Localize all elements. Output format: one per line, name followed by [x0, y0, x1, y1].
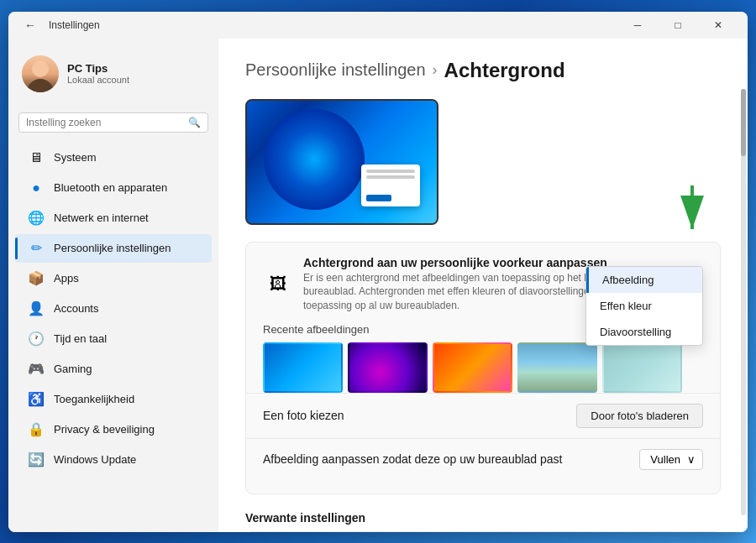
titlebar: ← Instellingen ─ □ ✕	[8, 12, 748, 39]
sidebar-item-systeem[interactable]: 🖥 Systeem	[15, 144, 212, 172]
toegankelijkheid-icon: ♿	[29, 392, 44, 407]
privacy-icon: 🔒	[29, 422, 44, 437]
related-card-contrast[interactable]: ◑ Contrastthema's Kleurenthema's voor sl…	[245, 531, 721, 532]
related-settings: Verwante instellingen ◑ Contrastthema's …	[245, 511, 721, 532]
sidebar-item-bluetooth[interactable]: ● Bluetooth en apparaten	[15, 174, 212, 202]
user-info: PC Tips Lokaal account	[67, 62, 205, 85]
windows-icon: 🔄	[29, 452, 44, 467]
netwerk-icon: 🌐	[29, 211, 44, 226]
fit-chevron-icon: ∨	[687, 453, 696, 466]
arrow-indicator	[677, 185, 707, 239]
maximize-button[interactable]: □	[659, 12, 697, 39]
recent-thumb-5[interactable]	[602, 342, 682, 393]
sidebar-item-label: Accounts	[54, 302, 198, 315]
sidebar-item-apps[interactable]: 📦 Apps	[15, 264, 212, 293]
sidebar-item-label: Bluetooth en apparaten	[54, 181, 198, 194]
recent-thumb-1[interactable]	[263, 342, 343, 393]
sidebar-item-label: Netwerk en internet	[54, 211, 198, 224]
user-name: PC Tips	[67, 62, 205, 75]
preview-dialog	[361, 164, 420, 206]
dropdown-option-label: Effen kleur	[600, 300, 652, 312]
avatar	[22, 55, 59, 92]
search-box[interactable]: 🔍	[18, 112, 208, 133]
fit-label: Afbeelding aanpassen zodat deze op uw bu…	[263, 452, 563, 466]
close-button[interactable]: ✕	[699, 12, 738, 39]
dialog-line	[366, 170, 415, 173]
choose-photo-label: Een foto kiezen	[263, 409, 344, 422]
recent-grid	[263, 342, 703, 393]
dropdown-menu[interactable]: Afbeelding Effen kleur Diavoorstelling	[585, 266, 703, 346]
wallpaper-swirl	[249, 99, 379, 224]
user-profile[interactable]: PC Tips Lokaal account	[8, 45, 218, 102]
search-icon: 🔍	[188, 117, 201, 128]
sidebar-item-label: Gaming	[54, 363, 198, 375]
search-input[interactable]	[26, 117, 188, 128]
sidebar-item-label: Systeem	[54, 151, 198, 164]
wallpaper-preview	[245, 99, 438, 225]
breadcrumb-parent: Persoonlijke instellingen	[245, 60, 426, 80]
sidebar-item-toegankelijkheid[interactable]: ♿ Toegankelijkheid	[15, 385, 212, 414]
sidebar-item-privacy[interactable]: 🔒 Privacy & beveiliging	[15, 415, 212, 444]
sidebar: PC Tips Lokaal account 🔍 🖥 Systeem ● Blu…	[8, 39, 218, 532]
window-title: Instellingen	[49, 19, 618, 31]
fit-select[interactable]: Vullen ∨	[639, 449, 703, 470]
dropdown-control[interactable]: Afbeelding Effen kleur Diavoorstelling ∧	[680, 273, 703, 296]
sidebar-item-label: Apps	[54, 272, 198, 285]
browse-photos-button[interactable]: Door foto's bladeren	[576, 404, 703, 428]
sidebar-item-gaming[interactable]: 🎮 Gaming	[15, 355, 212, 384]
recent-thumb-3[interactable]	[433, 342, 512, 393]
tijd-icon: 🕐	[29, 332, 44, 347]
recent-thumb-2[interactable]	[348, 342, 428, 393]
sidebar-item-label: Privacy & beveiliging	[54, 423, 198, 436]
fit-row: Afbeelding aanpassen zodat deze op uw bu…	[263, 439, 703, 480]
main-content: Persoonlijke instellingen › Achtergrond	[218, 39, 748, 532]
sidebar-item-accounts[interactable]: 👤 Accounts	[15, 295, 212, 323]
breadcrumb-separator: ›	[433, 61, 438, 79]
background-icon: 🖼	[263, 269, 293, 300]
dropdown-option-label: Diavoorstelling	[600, 326, 671, 338]
scrollbar[interactable]	[741, 89, 746, 515]
dropdown-option-afbeelding[interactable]: Afbeelding	[586, 267, 702, 293]
gaming-icon: 🎮	[29, 362, 44, 377]
sidebar-item-windows[interactable]: 🔄 Windows Update	[15, 446, 212, 474]
settings-window: ← Instellingen ─ □ ✕ PC Tips Lokaal a	[8, 12, 748, 532]
sidebar-item-netwerk[interactable]: 🌐 Netwerk en internet	[15, 204, 212, 232]
dropdown-option-effen[interactable]: Effen kleur	[586, 293, 702, 319]
dialog-line	[366, 195, 391, 201]
sidebar-item-tijd[interactable]: 🕐 Tijd en taal	[15, 325, 212, 353]
minimize-button[interactable]: ─	[618, 12, 657, 39]
sidebar-item-label: Windows Update	[54, 453, 198, 466]
apps-icon: 📦	[29, 271, 44, 286]
back-button[interactable]: ←	[18, 13, 42, 37]
fit-value: Vullen	[650, 453, 680, 466]
dropdown-option-dia[interactable]: Diavoorstelling	[586, 319, 702, 345]
section-row: 🖼 Achtergrond aan uw persoonlijke voorke…	[263, 256, 703, 313]
sidebar-item-label: Persoonlijke instellingen	[54, 242, 198, 254]
sidebar-item-persoonlijk[interactable]: ✏ Persoonlijke instellingen	[15, 234, 212, 263]
choose-photo-row: Een foto kiezen Door foto's bladeren	[263, 394, 703, 438]
systeem-icon: 🖥	[29, 150, 44, 165]
accounts-icon: 👤	[29, 301, 44, 316]
scrollbar-thumb[interactable]	[741, 89, 746, 156]
bluetooth-icon: ●	[29, 180, 44, 196]
breadcrumb-current: Achtergrond	[444, 59, 565, 82]
dialog-line	[366, 175, 415, 179]
sidebar-item-label: Toegankelijkheid	[54, 393, 198, 405]
recent-thumb-4[interactable]	[517, 342, 597, 393]
dropdown-option-label: Afbeelding	[602, 274, 654, 286]
background-section: 🖼 Achtergrond aan uw persoonlijke voorke…	[245, 242, 721, 494]
window-controls: ─ □ ✕	[618, 12, 738, 39]
sidebar-item-label: Tijd en taal	[54, 332, 198, 345]
related-title: Verwante instellingen	[245, 511, 721, 525]
content-area: PC Tips Lokaal account 🔍 🖥 Systeem ● Blu…	[8, 39, 748, 532]
persoonlijk-icon: ✏	[29, 241, 44, 256]
user-type: Lokaal account	[67, 75, 205, 85]
page-header: Persoonlijke instellingen › Achtergrond	[245, 59, 721, 82]
